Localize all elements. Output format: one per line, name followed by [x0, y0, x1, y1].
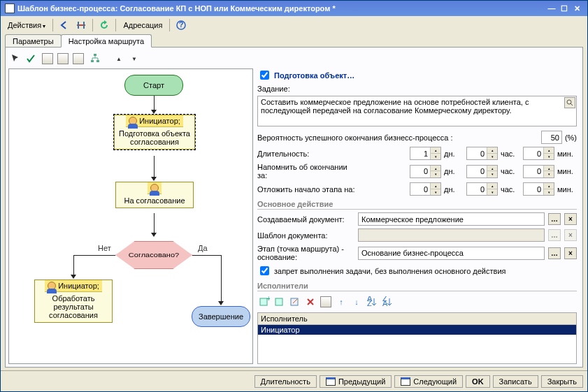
perf-add-icon[interactable]: + [257, 295, 271, 309]
svg-line-9 [571, 103, 573, 106]
node-process-results[interactable]: Инициатор; Обработать результаты согласо… [34, 280, 113, 323]
stage-field[interactable] [358, 247, 545, 260]
save-button[interactable]: Записать [493, 375, 538, 388]
node-on-approval[interactable]: На согласование [115, 182, 194, 208]
node-on-approval-label: На согласование [124, 196, 185, 205]
task-textarea[interactable]: Составить коммерческое предложение на ос… [257, 96, 577, 126]
tool-arrow-icon[interactable] [8, 52, 22, 66]
svg-text:?: ? [179, 20, 184, 29]
duration-days[interactable]: ▴▾ [410, 147, 441, 160]
created-doc-select-button[interactable]: … [548, 213, 561, 225]
remind-days[interactable]: ▴▾ [410, 165, 441, 178]
template-label: Шаблон документа: [257, 231, 355, 240]
template-select-button: … [548, 229, 561, 241]
tab-strip: Параметры Настройка маршрута [1, 34, 587, 47]
tool-table1-icon[interactable] [41, 52, 55, 66]
svg-rect-12 [275, 298, 282, 305]
nav-back-icon[interactable] [57, 18, 71, 32]
tab-route-settings[interactable]: Настройка маршрута [61, 34, 152, 48]
menubar: Действия ▾ Адресация ? [1, 16, 587, 34]
duration-button[interactable]: Длительность [254, 375, 317, 388]
close-footer-button[interactable]: Закрыть [541, 375, 583, 388]
duration-hours[interactable]: ▴▾ [466, 147, 498, 160]
nav-thread-icon[interactable] [74, 18, 88, 32]
task-label: Задание: [257, 85, 577, 93]
flowchart-canvas[interactable]: Старт Инициатор; Подготовка объекта согл… [8, 68, 253, 364]
svg-text:Z: Z [367, 299, 372, 307]
performers-grid[interactable]: Исполнитель Инициатор [257, 312, 577, 364]
help-icon[interactable]: ? [174, 18, 188, 32]
remind-label: Напомнить об окончании за: [257, 163, 355, 180]
addressing-menu[interactable]: Адресация [120, 20, 165, 31]
next-button[interactable]: Следующий [394, 375, 463, 388]
created-doc-clear-button[interactable]: × [564, 213, 577, 225]
actions-menu[interactable]: Действия ▾ [5, 20, 48, 31]
node-prepare-header: Инициатор; [139, 117, 180, 125]
delay-hours[interactable]: ▴▾ [466, 182, 498, 196]
probability-unit: (%) [565, 133, 577, 142]
grid-header-performer[interactable]: Исполнитель [258, 313, 576, 325]
refresh-icon[interactable] [97, 18, 111, 32]
probability-input[interactable] [541, 131, 562, 144]
template-clear-button: × [564, 229, 577, 241]
footer: Длительность Предыдущий Следующий OK Зап… [1, 370, 587, 391]
tool-hierarchy-icon[interactable] [88, 52, 102, 66]
node-end-label: Завершение [199, 312, 243, 321]
forbid-checkbox[interactable] [260, 266, 269, 275]
close-button[interactable]: ✕ [571, 4, 583, 13]
prev-button[interactable]: Предыдущий [320, 375, 392, 388]
user-icon [48, 282, 56, 290]
svg-rect-1 [78, 22, 79, 29]
tool-down-icon[interactable]: ▼ [127, 52, 141, 66]
task-lookup-button[interactable] [564, 97, 575, 108]
ok-button[interactable]: OK [466, 375, 490, 388]
perf-down-icon[interactable]: ↓ [350, 295, 364, 309]
svg-text:+: + [266, 296, 270, 303]
diagram-toolbar: ▲ ▼ [8, 50, 580, 68]
perf-add2-icon[interactable] [273, 295, 287, 309]
perf-sort-za-icon[interactable]: ZA [380, 295, 394, 309]
perf-delete-icon[interactable] [303, 295, 317, 309]
tool-table3-icon[interactable] [71, 52, 85, 66]
tool-table2-icon[interactable] [56, 52, 70, 66]
step-enabled-checkbox[interactable] [260, 71, 269, 80]
delay-label: Отложить начало этапа на: [257, 185, 355, 194]
performers-heading: Исполнители [257, 282, 577, 291]
minimize-button[interactable]: — [545, 4, 558, 13]
created-doc-label: Создаваемый документ: [257, 215, 355, 224]
created-doc-field[interactable] [358, 212, 545, 226]
svg-text:A: A [382, 299, 388, 307]
step-title: Подготовка объект… [274, 71, 354, 80]
tool-up-icon[interactable]: ▲ [112, 52, 126, 66]
perf-up-icon[interactable]: ↑ [334, 295, 348, 309]
node-start[interactable]: Старт [124, 75, 183, 96]
node-prepare-object[interactable]: Инициатор; Подготовка объекта согласован… [114, 115, 195, 150]
printer-icon [401, 377, 410, 386]
maximize-button[interactable]: ☐ [558, 4, 571, 13]
template-field [358, 228, 545, 242]
delay-days[interactable]: ▴▾ [410, 182, 441, 196]
svg-rect-2 [83, 22, 85, 29]
tab-parameters[interactable]: Параметры [5, 34, 62, 47]
node-decision[interactable]: Согласовано? [115, 238, 192, 273]
window: Шаблон бизнес-процесса: Согласование КП … [0, 0, 588, 392]
grid-row[interactable]: Инициатор [258, 325, 576, 335]
stage-label: Этап (точка маршрута) - основание: [257, 245, 355, 261]
node-end[interactable]: Завершение [192, 306, 250, 327]
stage-select-button[interactable]: … [548, 247, 561, 259]
remind-hours[interactable]: ▴▾ [466, 165, 498, 178]
duration-min[interactable]: ▴▾ [523, 147, 554, 160]
tool-check-icon[interactable] [24, 52, 38, 66]
perf-copy-icon[interactable] [319, 295, 333, 309]
window-title: Шаблон бизнес-процесса: Согласование КП … [17, 4, 336, 13]
stage-clear-button[interactable]: × [564, 247, 577, 259]
probability-label: Вероятность успешного окончания бизнесс-… [257, 133, 453, 142]
perf-edit-icon[interactable] [288, 295, 302, 309]
app-icon [5, 3, 15, 13]
user-icon [129, 117, 137, 125]
main-action-heading: Основное действие [257, 200, 577, 210]
perf-sort-az-icon[interactable]: AZ [365, 295, 379, 309]
remind-min[interactable]: ▴▾ [523, 165, 554, 178]
delay-min[interactable]: ▴▾ [523, 182, 554, 196]
label-yes: Да [198, 244, 208, 252]
